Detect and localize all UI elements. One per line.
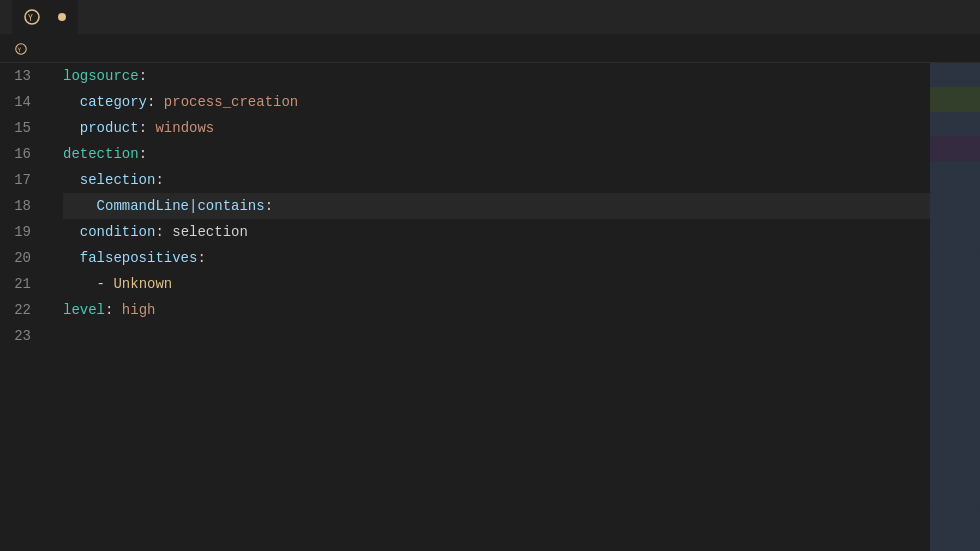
token: : — [197, 245, 205, 271]
token: condition — [63, 219, 155, 245]
code-line: - Unknown — [63, 271, 980, 297]
line-numbers-gutter: 1314151617181920212223 — [0, 63, 55, 551]
token: : — [139, 141, 147, 167]
line-number: 22 — [0, 297, 43, 323]
token: : — [139, 115, 147, 141]
code-line: falsepositives: — [63, 245, 980, 271]
line-number: 18 — [0, 193, 43, 219]
code-line: level: high — [63, 297, 980, 323]
token: : — [139, 63, 147, 89]
token: selection — [164, 219, 248, 245]
token: high — [113, 297, 155, 323]
line-number: 17 — [0, 167, 43, 193]
code-line: condition: selection — [63, 219, 980, 245]
line-number: 19 — [0, 219, 43, 245]
code-line: logsource: — [63, 63, 980, 89]
breadcrumb-bar: Y — [0, 35, 980, 63]
code-line: selection: — [63, 167, 980, 193]
code-line: detection: — [63, 141, 980, 167]
code-line: CommandLine|contains: — [63, 193, 980, 219]
token: : — [147, 89, 155, 115]
token: product — [63, 115, 139, 141]
code-line — [63, 323, 980, 349]
tab-testrule[interactable]: Y — [12, 0, 78, 35]
token: category — [63, 89, 147, 115]
line-number: 20 — [0, 245, 43, 271]
token: level — [63, 297, 105, 323]
tab-modified-dot — [58, 13, 66, 21]
token: selection — [63, 167, 155, 193]
token: : — [265, 193, 273, 219]
token: falsepositives — [63, 245, 197, 271]
token: : — [155, 219, 163, 245]
token: detection — [63, 141, 139, 167]
line-number: 21 — [0, 271, 43, 297]
token: windows — [147, 115, 214, 141]
line-number: 16 — [0, 141, 43, 167]
token: process_creation — [155, 89, 298, 115]
line-number: 23 — [0, 323, 43, 349]
token: CommandLine|contains — [63, 193, 265, 219]
line-number: 15 — [0, 115, 43, 141]
title-bar: Y — [0, 0, 980, 35]
token: Unknown — [113, 271, 172, 297]
token: logsource — [63, 63, 139, 89]
token: : — [105, 297, 113, 323]
yaml-file-icon: Y — [24, 9, 40, 25]
line-number: 13 — [0, 63, 43, 89]
token: : — [155, 167, 163, 193]
code-line: category: process_creation — [63, 89, 980, 115]
line-number: 14 — [0, 89, 43, 115]
minimap-content — [930, 63, 980, 551]
token: - — [63, 271, 113, 297]
breadcrumb-file-icon: Y — [14, 42, 28, 56]
editor-area: 1314151617181920212223 logsource: catego… — [0, 63, 980, 551]
code-content[interactable]: logsource: category: process_creation pr… — [55, 63, 980, 551]
svg-text:Y: Y — [28, 14, 33, 23]
svg-text:Y: Y — [18, 45, 22, 52]
minimap[interactable] — [930, 63, 980, 551]
code-line: product: windows — [63, 115, 980, 141]
